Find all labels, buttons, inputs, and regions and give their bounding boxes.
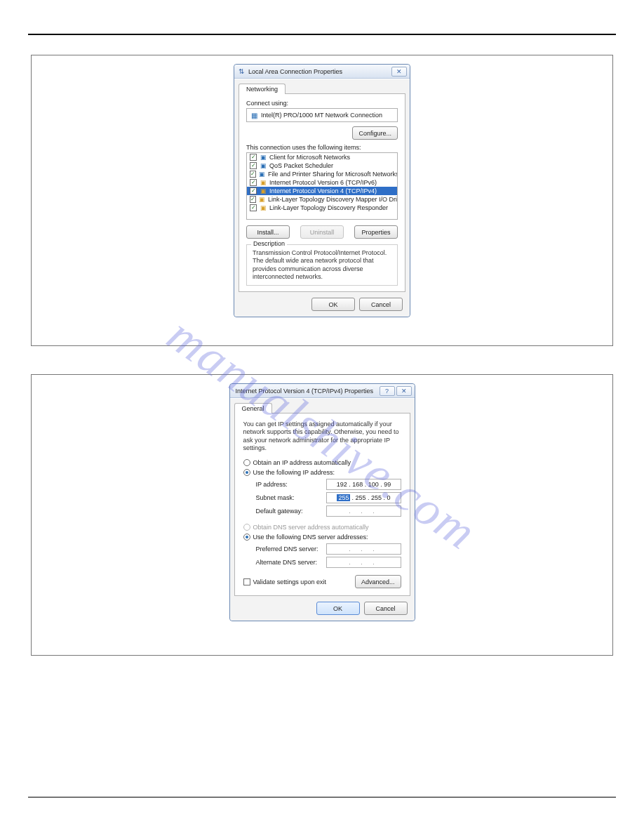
page-bottom-rule [28, 797, 616, 797]
list-item-label: QoS Packet Scheduler [269, 162, 333, 169]
radio-use-ip[interactable]: Use the following IP address: [243, 469, 401, 476]
adapter-field: ▦ Intel(R) PRO/1000 MT Network Connectio… [246, 108, 398, 122]
checkbox-icon [243, 578, 250, 585]
list-item-label: Internet Protocol Version 6 (TCP/IPv6) [269, 179, 377, 186]
close-icon[interactable]: ✕ [391, 67, 407, 77]
cancel-button[interactable]: Cancel [364, 602, 408, 615]
pref-dns-input[interactable]: . . . [326, 543, 401, 555]
gateway-label: Default gateway: [256, 508, 327, 515]
gateway-value: . . . [349, 508, 379, 515]
checkbox-icon[interactable]: ✓ [250, 179, 257, 186]
list-item-label: Link-Layer Topology Discovery Mapper I/O… [268, 196, 398, 203]
ip-address-input[interactable]: 192 . 168 . 100 . 99 [326, 479, 401, 490]
figure-lan-properties: ⇅ Local Area Connection Properties ✕ Net… [31, 55, 613, 346]
description-group: Description Transmission Control Protoco… [246, 244, 398, 286]
checkbox-icon[interactable]: ✓ [250, 204, 257, 211]
list-item[interactable]: ✓▣Internet Protocol Version 4 (TCP/IPv4) [247, 187, 397, 195]
validate-checkbox[interactable]: Validate settings upon exit [243, 578, 326, 585]
list-item-label: File and Printer Sharing for Microsoft N… [268, 171, 398, 178]
alt-dns-value: . . . [349, 559, 379, 566]
list-item[interactable]: ✓▣File and Printer Sharing for Microsoft… [247, 170, 397, 178]
ip-address-value: 192 . 168 . 100 . 99 [337, 481, 391, 488]
component-icon: ▣ [260, 179, 267, 186]
list-item[interactable]: ✓▣QoS Packet Scheduler [247, 161, 397, 170]
figure-ipv4-properties: Internet Protocol Version 4 (TCP/IPv4) P… [31, 374, 613, 656]
pref-dns-value: . . . [349, 545, 379, 552]
description-text: Transmission Control Protocol/Internet P… [253, 249, 391, 281]
help-icon[interactable]: ? [380, 386, 395, 396]
subnet-mask-input[interactable]: 255 . 255 . 255 . 0 [326, 492, 401, 503]
connection-items-list[interactable]: ✓▣Client for Microsoft Networks✓▣QoS Pac… [246, 152, 398, 220]
checkbox-icon[interactable]: ✓ [250, 187, 257, 194]
radio-obtain-dns: Obtain DNS server address automatically [243, 524, 401, 531]
adapter-name: Intel(R) PRO/1000 MT Network Connection [261, 112, 382, 119]
component-icon: ▣ [259, 196, 265, 203]
radio-obtain-ip[interactable]: Obtain an IP address automatically [243, 459, 401, 466]
close-icon[interactable]: ✕ [396, 386, 412, 396]
list-item-label: Internet Protocol Version 4 (TCP/IPv4) [269, 187, 377, 194]
configure-button[interactable]: Configure... [352, 126, 398, 140]
radio-use-dns[interactable]: Use the following DNS server addresses: [243, 534, 401, 541]
properties-button[interactable]: Properties [354, 225, 398, 239]
connect-using-label: Connect using: [246, 100, 398, 107]
install-button[interactable]: Install... [246, 225, 290, 239]
ipv4-properties-dialog: Internet Protocol Version 4 (TCP/IPv4) P… [229, 383, 415, 621]
checkbox-icon[interactable]: ✓ [250, 162, 257, 169]
radio-use-dns-label: Use the following DNS server addresses: [253, 534, 368, 541]
uninstall-button: Uninstall [300, 225, 344, 239]
list-item-label: Link-Layer Topology Discovery Responder [269, 204, 388, 211]
radio-obtain-ip-label: Obtain an IP address automatically [253, 459, 351, 466]
window-title: Internet Protocol Version 4 (TCP/IPv4) P… [233, 388, 378, 395]
checkbox-icon[interactable]: ✓ [250, 171, 256, 178]
items-label: This connection uses the following items… [246, 144, 398, 151]
description-title: Description [251, 240, 287, 247]
titlebar: Internet Protocol Version 4 (TCP/IPv4) P… [230, 384, 415, 398]
checkbox-icon[interactable]: ✓ [250, 196, 256, 203]
page-top-rule [28, 34, 616, 35]
tab-general[interactable]: General [234, 403, 272, 413]
nic-icon: ▦ [250, 111, 258, 119]
component-icon: ▣ [260, 187, 267, 194]
list-item[interactable]: ✓▣Internet Protocol Version 6 (TCP/IPv6) [247, 178, 397, 187]
component-icon: ▣ [260, 154, 267, 161]
list-item[interactable]: ✓▣Link-Layer Topology Discovery Mapper I… [247, 195, 397, 204]
ip-address-label: IP address: [256, 481, 327, 488]
advanced-button[interactable]: Advanced... [355, 575, 401, 588]
pref-dns-label: Preferred DNS server: [256, 545, 327, 552]
list-item[interactable]: ✓▣Client for Microsoft Networks [247, 153, 397, 161]
validate-label: Validate settings upon exit [253, 578, 326, 585]
gateway-input[interactable]: . . . [326, 505, 401, 517]
radio-obtain-dns-label: Obtain DNS server address automatically [253, 524, 369, 531]
titlebar: ⇅ Local Area Connection Properties ✕ [234, 65, 410, 79]
ok-button[interactable]: OK [311, 298, 355, 311]
subnet-mask-label: Subnet mask: [256, 494, 327, 501]
alt-dns-input[interactable]: . . . [326, 557, 401, 568]
radio-use-ip-label: Use the following IP address: [253, 469, 335, 476]
subnet-selected-octet: 255 [337, 494, 350, 501]
ip-blurb: You can get IP settings assigned automat… [243, 421, 401, 452]
window-title: Local Area Connection Properties [248, 68, 390, 75]
alt-dns-label: Alternate DNS server: [256, 559, 327, 566]
cancel-button[interactable]: Cancel [359, 298, 403, 311]
tab-networking[interactable]: Networking [239, 84, 286, 94]
network-icon: ⇅ [237, 67, 246, 76]
list-item-label: Client for Microsoft Networks [269, 154, 350, 161]
lan-properties-dialog: ⇅ Local Area Connection Properties ✕ Net… [234, 64, 410, 317]
component-icon: ▣ [259, 171, 265, 178]
ok-button[interactable]: OK [316, 602, 360, 615]
checkbox-icon[interactable]: ✓ [250, 154, 257, 161]
component-icon: ▣ [260, 204, 267, 211]
list-item[interactable]: ✓▣Link-Layer Topology Discovery Responde… [247, 204, 397, 212]
subnet-rest: . 255 . 255 . 0 [351, 494, 390, 501]
component-icon: ▣ [260, 162, 267, 169]
